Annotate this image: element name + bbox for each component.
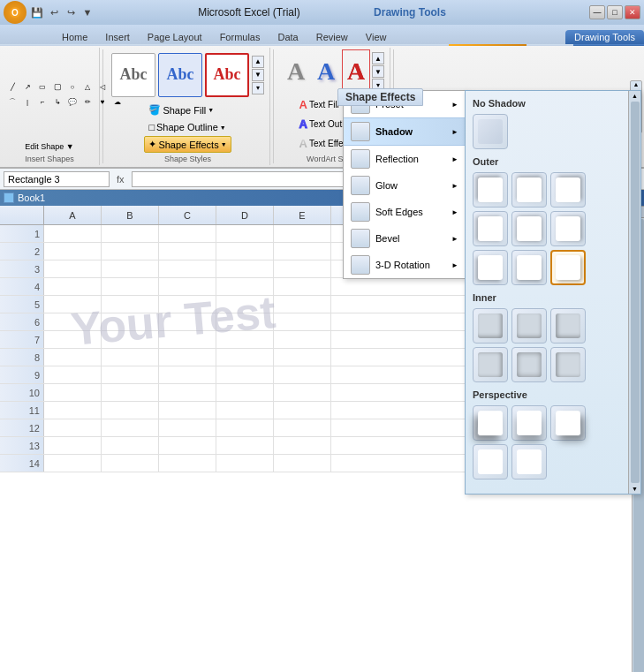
wordart-a3[interactable]: A	[342, 49, 370, 94]
wordart-a1[interactable]: A	[282, 49, 310, 94]
persp-5-shadow[interactable]	[511, 444, 547, 479]
panel-scroll-down[interactable]: ▼	[630, 484, 640, 494]
persp-center-shadow[interactable]	[511, 405, 547, 441]
outer-br-shadow[interactable]	[550, 250, 586, 285]
outer-r-shadow[interactable]	[550, 211, 586, 246]
shape-outline-btn[interactable]: □ Shape Outline ▼	[144, 119, 231, 135]
outer-b-shadow[interactable]	[511, 250, 547, 285]
tab-formulas[interactable]: Formulas	[211, 30, 269, 44]
oval-icon[interactable]: ○	[65, 79, 80, 94]
shape-fill-btn[interactable]: 🪣 Shape Fill ▼	[144, 102, 231, 118]
shape-effects-btn[interactable]: ✦ Shape Effects ▼	[144, 136, 231, 153]
wordart-down-arrow[interactable]: ▼	[372, 65, 384, 78]
col-d[interactable]: D	[216, 206, 274, 224]
persp-4-shadow[interactable]	[473, 444, 508, 479]
ribbon-scroll-up[interactable]: ▲	[633, 81, 640, 87]
bend-icon[interactable]: ↳	[50, 94, 64, 109]
wordart-a2[interactable]: A	[312, 49, 340, 94]
curve-icon[interactable]: ⌒	[5, 94, 19, 109]
outer-bl-shadow[interactable]	[473, 250, 508, 285]
persp-right-shadow[interactable]	[550, 405, 586, 441]
shadow-menu-item[interactable]: Shadow ►	[344, 117, 466, 146]
rect-icon[interactable]: ▭	[35, 79, 49, 94]
cell-a1[interactable]	[44, 225, 102, 242]
inner-tl-shadow[interactable]	[473, 308, 508, 344]
edit-shapes-btn[interactable]: Edit Shape ▼	[21, 140, 77, 153]
tab-view[interactable]: View	[357, 30, 396, 44]
inner-shadow-grid	[473, 308, 619, 382]
cell-e1[interactable]	[274, 225, 331, 242]
outer-tl-shadow[interactable]	[473, 172, 508, 208]
shape-styles-label: Shape Styles	[164, 153, 211, 163]
reflection-menu-item[interactable]: Reflection ►	[344, 146, 466, 172]
shape-effects-arrow: ▼	[221, 141, 227, 147]
triangle-icon[interactable]: △	[80, 79, 95, 94]
inner-l-shadow[interactable]	[473, 347, 508, 382]
connector-icon[interactable]: ⌐	[35, 94, 49, 109]
shadow-inner	[478, 411, 503, 435]
arrow-icon[interactable]: ↗	[20, 79, 34, 94]
shadow-inner	[517, 352, 542, 377]
minimize-button[interactable]: —	[589, 5, 605, 19]
glow-menu-item[interactable]: Glow ►	[344, 172, 466, 199]
inner-tr-shadow[interactable]	[550, 308, 586, 344]
tab-page-layout[interactable]: Page Layout	[139, 30, 211, 44]
name-box[interactable]	[4, 171, 110, 187]
no-shadow-item[interactable]	[473, 114, 508, 149]
col-e[interactable]: E	[274, 206, 331, 224]
office-button[interactable]: O	[4, 1, 27, 24]
shadow-panel: ▲ ▼ No Shadow Outer Inner	[465, 90, 641, 495]
freeform-icon[interactable]: ✏	[80, 94, 95, 109]
outer-tr-shadow[interactable]	[550, 172, 586, 208]
line-icon[interactable]: ╱	[5, 79, 19, 94]
function-button[interactable]: fx	[113, 174, 128, 185]
line2-icon[interactable]: |	[20, 94, 34, 109]
inner-r-shadow[interactable]	[550, 347, 586, 382]
glow-icon	[351, 176, 370, 195]
shape-style-1[interactable]: Abc	[111, 53, 155, 97]
tab-insert[interactable]: Insert	[96, 30, 139, 44]
styles-more-arrow[interactable]: ▾	[252, 82, 264, 94]
persp-left-shadow[interactable]	[473, 405, 508, 441]
inner-label: Inner	[473, 292, 619, 303]
rounded-rect-icon[interactable]: ▢	[50, 79, 64, 94]
panel-scroll-up[interactable]: ▲	[630, 91, 640, 101]
row-num: 5	[0, 296, 44, 313]
shape-style-2[interactable]: Abc	[158, 53, 202, 97]
col-b[interactable]: B	[102, 206, 159, 224]
save-quick-btn[interactable]: 💾	[29, 5, 45, 19]
3d-rotation-menu-item[interactable]: 3-D Rotation ►	[344, 252, 466, 278]
col-a[interactable]: A	[44, 206, 102, 224]
outer-t-shadow[interactable]	[511, 172, 547, 208]
undo-quick-btn[interactable]: ↩	[46, 5, 62, 19]
bevel-menu-item[interactable]: Bevel ►	[344, 225, 466, 252]
callout-icon[interactable]: 💬	[65, 94, 80, 109]
styles-up-arrow[interactable]: ▲	[252, 56, 264, 68]
soft-edges-menu-item[interactable]: Soft Edges ►	[344, 199, 466, 225]
outer-l-shadow[interactable]	[473, 211, 508, 246]
shadow-panel-scrollbar[interactable]: ▲ ▼	[628, 91, 640, 494]
redo-quick-btn[interactable]: ↪	[63, 5, 79, 19]
tab-home[interactable]: Home	[53, 30, 96, 44]
inner-c-shadow[interactable]	[511, 347, 547, 382]
dropdown-quick-btn[interactable]: ▼	[80, 5, 95, 19]
shadow-inner	[556, 313, 580, 338]
shape-style-3[interactable]: Abc	[205, 53, 249, 97]
quick-access-toolbar: 💾 ↩ ↪ ▼	[29, 5, 95, 19]
cell-c1[interactable]	[159, 225, 216, 242]
book-title: Book1	[18, 193, 45, 203]
wordart-up-arrow[interactable]: ▲	[372, 52, 384, 64]
styles-down-arrow[interactable]: ▼	[252, 69, 264, 81]
row-num: 10	[0, 384, 44, 401]
tab-data[interactable]: Data	[269, 30, 307, 44]
cell-d1[interactable]	[216, 225, 274, 242]
shape-styles-group: Abc Abc Abc ▲ ▼ ▾ 🪣 Shape Fill ▼ □ Shape…	[106, 48, 270, 165]
cell-b1[interactable]	[102, 225, 159, 242]
outer-c-shadow[interactable]	[511, 211, 547, 246]
close-button[interactable]: ✕	[625, 5, 640, 19]
maximize-button[interactable]: □	[607, 5, 623, 19]
inner-t-shadow[interactable]	[511, 308, 547, 344]
row-num: 12	[0, 419, 44, 436]
col-c[interactable]: C	[159, 206, 216, 224]
tab-review[interactable]: Review	[307, 30, 357, 44]
